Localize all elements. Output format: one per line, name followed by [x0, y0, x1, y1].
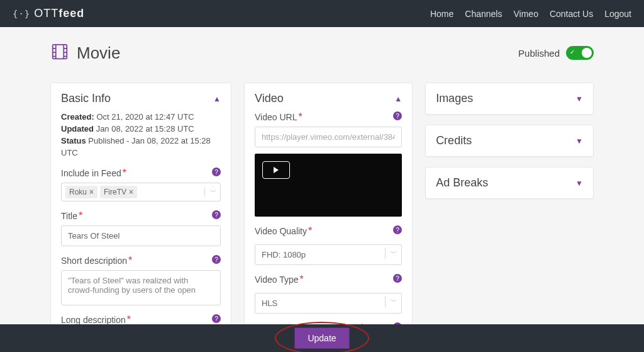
nav-contact[interactable]: Contact Us [550, 9, 593, 19]
short-desc-label: Short description [61, 256, 127, 266]
nav-vimeo[interactable]: Vimeo [513, 9, 538, 19]
credits-title: Credits [436, 134, 472, 147]
video-type-label: Video Type [255, 275, 299, 285]
brand-text-1: OTT [34, 7, 58, 20]
video-preview [255, 154, 402, 217]
adbreaks-title: Ad Breaks [436, 176, 488, 190]
published-label: Published [518, 48, 560, 59]
images-title: Images [436, 92, 473, 105]
required-icon: * [79, 210, 82, 221]
video-type-field: Video Type* ? ﹀ [255, 274, 402, 314]
nav: Home Channels Vimeo Contact Us Logout [430, 9, 631, 19]
right-column: Images ▼ Credits ▼ Ad Breaks ▼ [425, 82, 594, 351]
tag-roku-remove-icon[interactable]: × [89, 188, 94, 196]
brand: {·} OTTfeed [13, 7, 84, 20]
video-card: Video ▲ Video URL* ? Video Quality* ? ﹀ [244, 82, 413, 351]
caret-up-icon[interactable]: ▲ [394, 94, 402, 103]
required-icon: * [127, 314, 131, 325]
help-icon[interactable]: ? [212, 167, 221, 176]
help-icon[interactable]: ? [393, 111, 402, 120]
help-icon[interactable]: ? [212, 210, 221, 219]
meta-block: Created: Oct 21, 2020 at 12:47 UTC Updat… [61, 111, 221, 159]
updated-value: Jan 08, 2022 at 15:28 UTC [96, 124, 194, 133]
nav-home[interactable]: Home [430, 9, 453, 19]
required-icon: * [128, 255, 132, 266]
adbreaks-card[interactable]: Ad Breaks ▼ [425, 167, 594, 199]
help-icon[interactable]: ? [393, 225, 402, 234]
include-in-feed-field: Include in Feed* ? Roku× FireTV× ﹀ [61, 167, 221, 202]
tag-firetv: FireTV× [100, 186, 137, 198]
caret-down-icon[interactable]: ▼ [575, 179, 583, 188]
images-card[interactable]: Images ▼ [425, 82, 594, 115]
caret-down-icon[interactable]: ▼ [575, 137, 583, 145]
help-icon[interactable]: ? [212, 255, 221, 264]
required-icon: * [298, 111, 302, 122]
basic-info-title: Basic Info [61, 92, 111, 105]
video-quality-label: Video Quality [255, 226, 307, 236]
include-in-feed-label: Include in Feed [61, 168, 121, 178]
tag-firetv-remove-icon[interactable]: × [129, 188, 133, 196]
brand-text-2: feed [58, 7, 84, 20]
video-quality-field: Video Quality* ? ﹀ [255, 225, 402, 265]
help-icon[interactable]: ? [212, 314, 221, 323]
play-icon[interactable] [262, 161, 290, 179]
video-quality-select[interactable] [255, 244, 402, 265]
video-url-field: Video URL* ? [255, 111, 402, 147]
update-button[interactable]: Update [294, 327, 349, 349]
video-title: Video [255, 92, 284, 105]
caret-up-icon[interactable]: ▲ [213, 94, 221, 103]
tag-roku-label: Roku [69, 188, 87, 196]
published-toggle[interactable] [566, 46, 594, 60]
film-icon [50, 42, 69, 64]
video-url-label: Video URL [255, 112, 297, 122]
page: Movie Published Basic Info ▲ Created: Oc… [0, 27, 644, 351]
video-url-input[interactable] [255, 127, 402, 147]
page-title: Movie [77, 43, 120, 63]
required-icon: * [123, 167, 126, 178]
basic-info-card: Basic Info ▲ Created: Oct 21, 2020 at 12… [50, 82, 231, 351]
short-desc-input[interactable]: "Tears of Steel" was realized with crowd… [61, 270, 221, 305]
nav-channels[interactable]: Channels [465, 9, 502, 19]
required-icon: * [300, 274, 304, 285]
topbar: {·} OTTfeed Home Channels Vimeo Contact … [0, 0, 644, 27]
long-desc-label: Long description [61, 315, 126, 325]
caret-down-icon[interactable]: ▼ [575, 94, 583, 103]
title-input[interactable] [61, 225, 221, 246]
help-icon[interactable]: ? [393, 274, 402, 283]
brand-logo-icon: {·} [13, 9, 30, 19]
nav-logout[interactable]: Logout [604, 9, 631, 19]
title-label: Title [61, 211, 77, 221]
footer: Update [0, 324, 644, 352]
columns: Basic Info ▲ Created: Oct 21, 2020 at 12… [50, 82, 594, 351]
created-label: Created: [61, 112, 94, 122]
required-icon: * [308, 225, 312, 236]
include-in-feed-select[interactable]: Roku× FireTV× ﹀ [61, 183, 221, 202]
page-header: Movie Published [50, 42, 594, 64]
chevron-down-icon[interactable]: ﹀ [204, 188, 216, 196]
created-value: Oct 21, 2020 at 12:47 UTC [96, 112, 194, 122]
publish-status: Published [518, 46, 594, 60]
status-label: Status [61, 136, 86, 145]
title-field: Title* ? [61, 210, 221, 246]
tag-roku: Roku× [65, 186, 97, 198]
credits-card[interactable]: Credits ▼ [425, 125, 594, 157]
tag-firetv-label: FireTV [104, 188, 126, 196]
short-desc-field: Short description* ? "Tears of Steel" wa… [61, 255, 221, 305]
video-type-select[interactable] [255, 293, 402, 314]
updated-label: Updated [61, 124, 94, 133]
